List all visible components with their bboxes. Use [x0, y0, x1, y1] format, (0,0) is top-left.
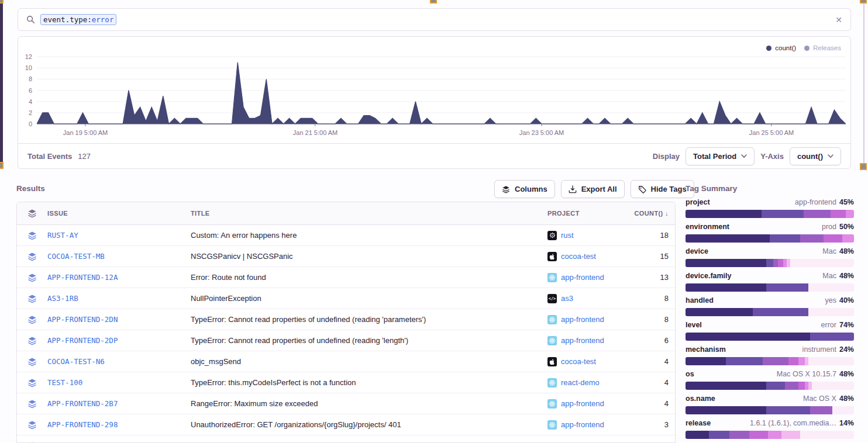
tag-bar-remainder[interactable]	[832, 406, 854, 414]
tag-bar-segment[interactable]	[686, 308, 753, 316]
issue-link[interactable]: RUST-AY	[47, 231, 191, 240]
search-clear-icon[interactable]: ✕	[835, 15, 842, 25]
tag-bar-segment[interactable]	[831, 210, 846, 218]
project-link[interactable]: </>as3	[547, 294, 624, 303]
selection-handle-right-middle[interactable]	[860, 163, 867, 170]
search-token-value: error	[92, 15, 114, 24]
display-select[interactable]: Total Period	[686, 147, 755, 165]
project-link[interactable]: app-frontend	[547, 315, 624, 324]
tag-bar-segment[interactable]	[798, 357, 805, 365]
export-all-button[interactable]: Export All	[561, 180, 625, 198]
tag-bar-segment[interactable]	[800, 234, 824, 243]
tag-bar-segment[interactable]	[686, 234, 770, 243]
tag-bar-segment[interactable]	[766, 283, 808, 292]
tag-bar-segment[interactable]	[810, 333, 854, 341]
tag-bar-segment[interactable]	[781, 431, 791, 439]
tag-bar-segment[interactable]	[766, 406, 810, 414]
tag-bar-segment[interactable]	[785, 382, 798, 390]
project-link[interactable]: cocoa-test	[547, 357, 624, 366]
project-link[interactable]: rust	[547, 231, 624, 240]
tag-bar-segment[interactable]	[846, 210, 854, 218]
table-row: AS3-1RB NullPointerException </>as3 8	[17, 288, 675, 309]
tag-bar-segment[interactable]	[768, 431, 781, 439]
tag-distribution-bar[interactable]	[686, 357, 854, 365]
tag-bar-segment[interactable]	[770, 234, 800, 243]
tag-bar-segment[interactable]	[810, 406, 832, 414]
selection-handle-top-center[interactable]	[430, 0, 437, 4]
columns-button[interactable]: Columns	[494, 180, 555, 198]
issue-link[interactable]: TEST-100	[47, 378, 191, 387]
tag-bar-segment[interactable]	[709, 431, 729, 439]
tag-bar-remainder[interactable]	[808, 357, 854, 365]
tag-bar-segment[interactable]	[778, 259, 783, 267]
tag-bar-segment[interactable]	[686, 210, 762, 218]
issue-link[interactable]: AS3-1RB	[47, 294, 191, 303]
selection-handle-top-left[interactable]	[0, 0, 4, 4]
tag-summary-item: project app-frontend 45%	[686, 198, 854, 219]
tag-distribution-bar[interactable]	[686, 234, 854, 243]
selection-edge-left	[0, 0, 3, 162]
tag-bar-remainder[interactable]	[808, 308, 854, 316]
tag-distribution-bar[interactable]	[686, 308, 854, 316]
project-link[interactable]: app-frontend	[547, 336, 624, 345]
tag-bar-remainder[interactable]	[808, 283, 854, 292]
tag-bar-segment[interactable]	[686, 382, 766, 390]
column-header-title[interactable]: TITLE	[191, 210, 547, 217]
project-link[interactable]: app-frontend	[547, 273, 624, 282]
tag-bar-segment[interactable]	[766, 382, 785, 390]
tag-bar-segment[interactable]	[726, 357, 763, 365]
tag-bar-segment[interactable]	[686, 283, 766, 292]
yaxis-select[interactable]: count()	[790, 147, 841, 165]
tag-bar-segment[interactable]	[686, 431, 709, 439]
tag-bar-segment[interactable]	[798, 382, 805, 390]
tag-distribution-bar[interactable]	[686, 382, 854, 390]
selection-handle-left-middle[interactable]	[0, 162, 4, 169]
tag-bar-segment[interactable]	[686, 357, 726, 365]
issue-link[interactable]: APP-FRONTEND-12A	[47, 273, 191, 282]
tag-bar-segment[interactable]	[762, 210, 804, 218]
tag-bar-remainder[interactable]	[800, 431, 854, 439]
column-header-project[interactable]: PROJECT	[547, 210, 624, 217]
tag-bar-segment[interactable]	[766, 259, 773, 267]
column-header-count[interactable]: COUNT() ↓	[624, 210, 676, 217]
tag-bar-segment[interactable]	[842, 234, 854, 243]
search-token[interactable]: event.type:error	[40, 14, 116, 25]
tag-distribution-bar[interactable]	[686, 431, 854, 439]
tag-bar-segment[interactable]	[729, 431, 750, 439]
selection-handle-top-right[interactable]	[860, 0, 867, 4]
tag-bar-segment[interactable]	[753, 308, 808, 316]
tag-bar-segment[interactable]	[686, 259, 766, 267]
tag-bar-segment[interactable]	[686, 333, 810, 341]
tag-bar-remainder[interactable]	[790, 259, 854, 267]
tag-bar-segment[interactable]	[824, 234, 842, 243]
issue-link[interactable]: COCOA-TEST-N6	[47, 357, 191, 366]
tag-distribution-bar[interactable]	[686, 333, 854, 341]
column-header-issue[interactable]: ISSUE	[47, 210, 191, 217]
tag-distribution-bar[interactable]	[686, 259, 854, 267]
tag-bar-segment[interactable]	[763, 357, 788, 365]
hide-tags-button[interactable]: Hide Tags	[631, 180, 694, 198]
tag-distribution-bar[interactable]	[686, 406, 854, 414]
issue-link[interactable]: APP-FRONTEND-2DP	[47, 336, 191, 345]
project-link[interactable]: app-frontend	[547, 399, 624, 409]
project-link[interactable]: react-demo	[547, 378, 624, 387]
tag-bar-segment[interactable]	[686, 406, 766, 414]
tag-summary-item: release 1.6.1 (1.6.1), com.media… 14%	[686, 419, 854, 439]
issue-link[interactable]: APP-FRONTEND-2B7	[47, 399, 191, 408]
tag-distribution-bar[interactable]	[686, 283, 854, 292]
tag-bar-segment[interactable]	[804, 210, 831, 218]
tag-bar-remainder[interactable]	[812, 382, 854, 390]
issue-link[interactable]: COCOA-TEST-MB	[47, 252, 191, 261]
tag-bar-segment[interactable]	[749, 431, 768, 439]
issue-title: TypeError: this.myCodeIsPerfect is not a…	[191, 378, 547, 387]
search-bar[interactable]: event.type:error ✕	[18, 8, 851, 31]
project-link[interactable]: app-frontend	[547, 420, 624, 430]
project-link[interactable]: cocoa-test	[547, 252, 624, 261]
tag-bar-segment[interactable]	[791, 431, 800, 439]
tag-bar-segment[interactable]	[788, 357, 798, 365]
tag-bar-segment[interactable]	[773, 259, 779, 267]
tag-distribution-bar[interactable]	[686, 210, 854, 218]
issue-link[interactable]: APP-FRONTEND-2DN	[47, 315, 191, 324]
issue-link[interactable]: APP-FRONTEND-298	[47, 420, 191, 429]
stack-icon	[17, 357, 47, 366]
